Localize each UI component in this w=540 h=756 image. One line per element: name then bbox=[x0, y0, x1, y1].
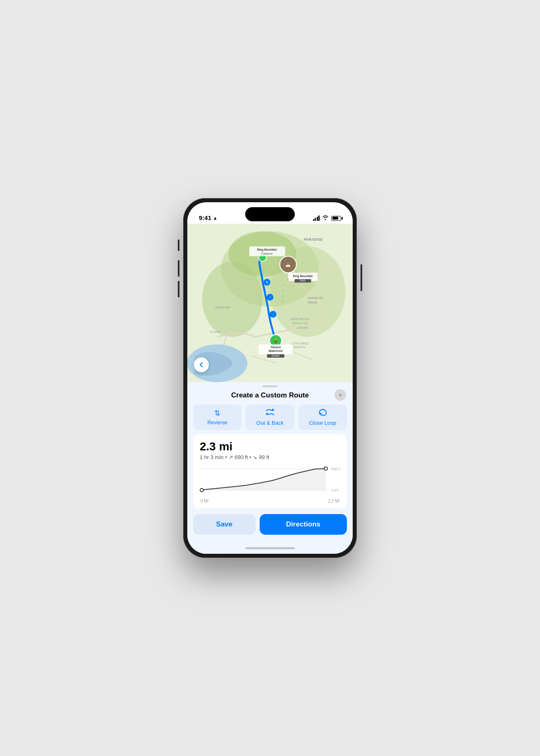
reverse-icon: ⇅ bbox=[214, 409, 220, 418]
route-stats: 2.3 mi 1 hr 3 min • ↗ 690 ft • ↘ 99 ft bbox=[193, 434, 347, 508]
home-indicator bbox=[187, 542, 353, 554]
svg-text:LITTLE REED: LITTLE REED bbox=[292, 342, 309, 345]
sheet-title: Create a Custom Route bbox=[231, 391, 309, 400]
svg-text:Preserve: Preserve bbox=[261, 252, 273, 255]
svg-text:JUNO RD: JUNO RD bbox=[296, 326, 308, 329]
svg-text:0 FT: 0 FT bbox=[331, 488, 339, 493]
route-actions: ⇅ Reverse Out & Back bbox=[187, 403, 353, 434]
svg-text:PARADISE: PARADISE bbox=[308, 296, 323, 300]
status-time: 9:41 ▲ bbox=[199, 214, 217, 221]
distance-value: 2.3 mi bbox=[200, 440, 340, 453]
svg-text:START: START bbox=[272, 354, 280, 357]
svg-text:↑: ↑ bbox=[269, 296, 271, 299]
directions-button[interactable]: Directions bbox=[260, 514, 347, 535]
svg-text:🌳: 🌳 bbox=[272, 338, 279, 344]
svg-text:HEIGHTS: HEIGHTS bbox=[294, 346, 305, 349]
battery-icon bbox=[331, 216, 341, 221]
chart-x-end: 2.2 MI bbox=[328, 499, 339, 503]
svg-text:MERCURY AVE: MERCURY AVE bbox=[291, 318, 310, 321]
svg-text:KAREN WAY: KAREN WAY bbox=[215, 306, 231, 309]
time-display: 9:41 bbox=[199, 214, 211, 221]
svg-text:EL AIRE: EL AIRE bbox=[210, 330, 220, 333]
svg-text:600 FT: 600 FT bbox=[331, 467, 340, 471]
volume-down-button[interactable] bbox=[178, 281, 179, 297]
signal-icon bbox=[313, 215, 320, 221]
svg-point-46 bbox=[200, 488, 203, 492]
map-view[interactable]: ↑ ↑ ↰ 🌳 ⛰ PARADISE PARAD bbox=[187, 224, 353, 382]
save-button[interactable]: Save bbox=[193, 514, 256, 535]
route-details: 1 hr 3 min • ↗ 690 ft • ↘ 99 ft bbox=[200, 454, 340, 460]
reverse-button[interactable]: ⇅ Reverse bbox=[193, 404, 241, 430]
svg-text:APOLLO RD: APOLLO RD bbox=[293, 322, 308, 325]
bottom-sheet: Create a Custom Route × ⇅ Reverse bbox=[187, 382, 353, 542]
svg-text:⛰: ⛰ bbox=[285, 262, 291, 268]
elevation-chart: 600 FT 0 FT 0 MI 2.2 MI bbox=[200, 465, 340, 502]
dynamic-island bbox=[245, 207, 295, 221]
close-button[interactable]: × bbox=[335, 389, 346, 401]
svg-text:N: N bbox=[282, 301, 284, 304]
home-bar bbox=[245, 547, 295, 549]
svg-text:END: END bbox=[300, 279, 306, 282]
volume-up-button[interactable] bbox=[178, 260, 179, 277]
location-arrow-icon: ▲ bbox=[213, 215, 217, 220]
power-button[interactable] bbox=[361, 264, 362, 291]
svg-text:Tiburon: Tiburon bbox=[270, 346, 281, 349]
svg-text:U: U bbox=[284, 283, 286, 286]
svg-text:Waterfront: Waterfront bbox=[269, 349, 283, 352]
svg-point-47 bbox=[324, 467, 327, 470]
out-back-label: Out & Back bbox=[256, 420, 284, 426]
svg-text:B: B bbox=[287, 278, 289, 281]
out-back-icon bbox=[265, 409, 275, 418]
map-back-button[interactable] bbox=[194, 357, 209, 372]
silent-button[interactable] bbox=[178, 239, 179, 251]
close-loop-icon bbox=[318, 409, 327, 418]
svg-text:↑: ↑ bbox=[272, 313, 274, 317]
svg-text:Ring Mountain: Ring Mountain bbox=[257, 248, 277, 251]
chart-x-labels: 0 MI 2.2 MI bbox=[200, 499, 340, 503]
svg-text:Ring Mountain: Ring Mountain bbox=[293, 275, 313, 278]
status-icons bbox=[313, 215, 342, 221]
close-loop-label: Close Loop bbox=[309, 420, 336, 426]
chart-x-start: 0 MI bbox=[201, 499, 208, 503]
svg-text:O: O bbox=[282, 295, 284, 298]
wifi-icon bbox=[322, 215, 329, 221]
out-back-button[interactable]: Out & Back bbox=[246, 404, 294, 430]
close-loop-button[interactable]: Close Loop bbox=[299, 404, 347, 430]
svg-text:DRIVE: DRIVE bbox=[308, 301, 318, 304]
svg-text:↰: ↰ bbox=[265, 281, 268, 285]
svg-text:R: R bbox=[282, 289, 284, 292]
phone-screen: 9:41 ▲ bbox=[187, 202, 353, 554]
action-buttons: Save Directions bbox=[187, 512, 353, 538]
sheet-header: Create a Custom Route × bbox=[187, 387, 353, 403]
reverse-label: Reverse bbox=[207, 419, 227, 426]
svg-text:PARADISE: PARADISE bbox=[304, 238, 323, 242]
phone-frame: 9:41 ▲ bbox=[183, 198, 357, 558]
